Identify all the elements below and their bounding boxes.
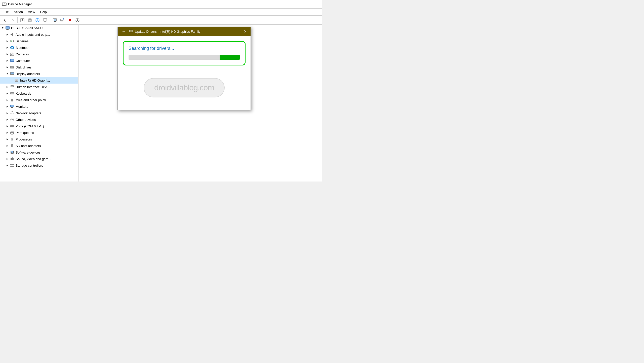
tree-item-disk-label: Disk drives — [16, 65, 32, 69]
svg-point-96 — [13, 166, 13, 166]
expand-monitors[interactable]: ▶ — [5, 104, 10, 108]
svg-rect-51 — [11, 86, 12, 86]
menu-help[interactable]: Help — [37, 9, 49, 15]
tree-item-bluetooth[interactable]: ▶ Bluetooth — [0, 44, 78, 51]
tree-item-print[interactable]: ▶ Print queues — [0, 129, 78, 136]
svg-rect-67 — [12, 111, 13, 112]
forward-button[interactable] — [9, 17, 16, 24]
svg-rect-78 — [13, 126, 13, 126]
svg-rect-11 — [43, 19, 47, 21]
tree-item-intel-gpu[interactable]: ▶ Intel(R) HD Graphi... — [0, 77, 78, 84]
expand-mice[interactable]: ▶ — [5, 98, 10, 102]
tree-item-batteries[interactable]: ▶ Batteries — [0, 38, 78, 44]
dialog-back-button[interactable]: ← — [120, 29, 127, 34]
back-button[interactable] — [2, 17, 9, 24]
tree-root-label: DESKTOP-KSL5AUU — [11, 26, 43, 30]
tree-item-software[interactable]: ▶ Software devices — [0, 149, 78, 156]
svg-rect-58 — [12, 93, 13, 93]
download-button[interactable] — [74, 17, 81, 24]
expand-other[interactable]: ▶ — [5, 118, 10, 122]
dialog-titlebar: ← Update Drivers - Intel(R) HD Graphics … — [118, 27, 251, 36]
watermark-area: droidvillablog.com — [123, 70, 246, 105]
tree-item-print-label: Print queues — [16, 131, 34, 135]
expand-hid[interactable]: ▶ — [5, 85, 10, 89]
tree-item-mice-label: Mice and other pointi... — [16, 98, 49, 102]
tree-item-mice[interactable]: ▶ Mice and other pointi... — [0, 97, 78, 103]
expand-sd[interactable]: ▶ — [5, 144, 10, 148]
tree-item-storage-label: Storage controllers — [16, 164, 43, 167]
expand-sound[interactable]: ▶ — [5, 157, 10, 161]
tree-item-storage[interactable]: ▶ Storage controllers — [0, 162, 78, 169]
device-manager-button[interactable] — [42, 17, 49, 24]
tree-item-ports[interactable]: ▶ Ports (COM & LPT) — [0, 123, 78, 129]
expand-cameras[interactable]: ▶ — [5, 52, 10, 56]
tree-item-display[interactable]: ▼ Display adapters — [0, 70, 78, 77]
tree-item-sound[interactable]: ▶ Sound, video and gam... — [0, 156, 78, 162]
svg-rect-81 — [11, 133, 13, 134]
tree-item-keyboards-label: Keyboards — [16, 92, 31, 95]
expand-audio[interactable]: ▶ — [5, 32, 10, 37]
tree-item-disk[interactable]: ▶ Disk drives — [0, 64, 78, 70]
svg-rect-49 — [16, 80, 17, 81]
help-button[interactable]: ? — [34, 17, 41, 24]
progress-bar-fill — [220, 55, 240, 60]
hid-icon — [10, 84, 15, 89]
tree-item-computer-label: Computer — [16, 59, 30, 63]
svg-rect-68 — [10, 114, 11, 114]
expand-disk[interactable]: ▶ — [5, 65, 10, 69]
expand-storage[interactable]: ▶ — [5, 163, 10, 167]
menu-view[interactable]: View — [25, 9, 37, 15]
expand-print[interactable]: ▶ — [5, 131, 10, 135]
app-title: Device Manager — [8, 2, 32, 6]
tree-item-processors[interactable]: ▶ Processors — [0, 136, 78, 142]
batteries-icon — [10, 39, 15, 44]
expand-ports[interactable]: ▶ — [5, 124, 10, 128]
title-bar: Device Manager — [0, 0, 322, 9]
svg-rect-76 — [11, 126, 11, 126]
svg-text:?: ? — [37, 19, 38, 22]
tree-item-network[interactable]: ▶ Network adapters — [0, 110, 78, 116]
svg-rect-30 — [11, 41, 12, 42]
svg-point-62 — [12, 100, 12, 100]
tree-item-computer[interactable]: ▶ Computer — [0, 57, 78, 64]
tree-item-audio-label: Audio inputs and outp... — [16, 33, 50, 37]
svg-rect-84 — [12, 139, 13, 140]
expand-network[interactable]: ▶ — [5, 111, 10, 115]
monitor-button[interactable] — [51, 17, 58, 24]
expand-software[interactable]: ▶ — [5, 150, 10, 154]
expand-display[interactable]: ▼ — [5, 72, 10, 76]
expand-batteries[interactable]: ▶ — [5, 39, 10, 43]
remove-button[interactable]: ✕ — [66, 17, 73, 24]
tree-root[interactable]: ▼ DESKTOP-KSL5AUU — [0, 25, 78, 31]
menu-bar: File Action View Help — [0, 9, 322, 16]
svg-rect-66 — [11, 107, 13, 108]
software-icon — [10, 150, 15, 155]
expand-keyboards[interactable]: ▶ — [5, 91, 10, 95]
dialog-close-button[interactable]: × — [242, 29, 248, 34]
tree-item-hid[interactable]: ▶ Human Interface Devi... — [0, 84, 78, 90]
bluetooth-icon — [10, 45, 15, 50]
menu-action[interactable]: Action — [11, 9, 25, 15]
tree-item-audio[interactable]: ▶ Audio inputs and outp... — [0, 31, 78, 38]
dialog-body: Searching for drivers... droidvillablog.… — [118, 36, 251, 110]
menu-file[interactable]: File — [1, 9, 11, 15]
tree-item-other[interactable]: ▶ ? Other devices — [0, 116, 78, 123]
app-icon — [2, 2, 7, 7]
expand-processors[interactable]: ▶ — [5, 137, 10, 141]
tree-item-monitors[interactable]: ▶ Monitors — [0, 103, 78, 110]
tree-item-batteries-label: Batteries — [16, 39, 28, 43]
tree-item-keyboards[interactable]: ▶ Keyboards — [0, 90, 78, 97]
tree-item-sd[interactable]: ▶ SD host adapters — [0, 142, 78, 149]
computer-icon — [5, 25, 10, 30]
svg-rect-88 — [11, 151, 13, 153]
up-button[interactable] — [19, 17, 26, 24]
svg-rect-39 — [11, 62, 13, 62]
expand-computer[interactable]: ▶ — [5, 59, 10, 63]
scan-button[interactable]: + — [59, 17, 66, 24]
svg-rect-2 — [3, 6, 6, 6]
expand-root[interactable]: ▼ — [1, 26, 5, 30]
expand-bluetooth[interactable]: ▶ — [5, 46, 10, 50]
properties-button[interactable] — [26, 17, 33, 24]
monitors-icon — [10, 104, 15, 109]
tree-item-cameras[interactable]: ▶ Cameras — [0, 51, 78, 57]
